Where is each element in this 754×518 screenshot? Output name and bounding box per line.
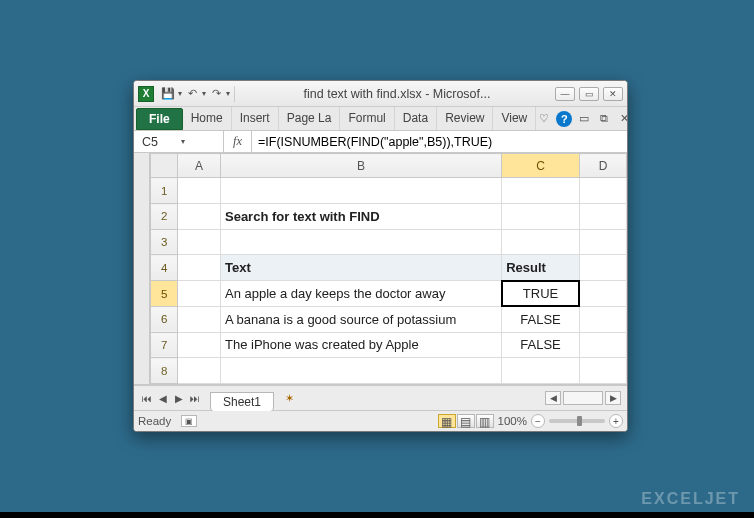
- row-header-6[interactable]: 6: [151, 306, 178, 332]
- tab-review[interactable]: Review: [437, 107, 493, 130]
- macro-record-icon[interactable]: ▣: [181, 415, 197, 427]
- cell[interactable]: [178, 178, 221, 204]
- tab-view[interactable]: View: [493, 107, 536, 130]
- column-header-A[interactable]: A: [178, 154, 221, 178]
- cell[interactable]: [220, 229, 501, 255]
- cell[interactable]: [178, 281, 221, 307]
- column-header-B[interactable]: B: [220, 154, 501, 178]
- cell[interactable]: [220, 358, 501, 384]
- file-tab[interactable]: File: [136, 108, 183, 130]
- row-header-3[interactable]: 3: [151, 229, 178, 255]
- cell[interactable]: [178, 229, 221, 255]
- save-icon[interactable]: 💾: [160, 86, 176, 102]
- row-header-2[interactable]: 2: [151, 204, 178, 230]
- cell[interactable]: [502, 358, 580, 384]
- cell[interactable]: [178, 204, 221, 230]
- formula-bar: C5 ▾ fx: [134, 131, 627, 153]
- titlebar: X 💾 ▾ ↶ ▾ ↷ ▾ find text with find.xlsx -…: [134, 81, 627, 107]
- tab-home[interactable]: Home: [183, 107, 232, 130]
- formula-input[interactable]: [252, 131, 627, 152]
- cell-title[interactable]: Search for text with FIND: [220, 204, 501, 230]
- cell[interactable]: [502, 178, 580, 204]
- ribbon-tabs: File Home Insert Page La Formul Data Rev…: [134, 107, 627, 131]
- redo-caret-icon[interactable]: ▾: [226, 89, 230, 98]
- cell-text[interactable]: A banana is a good source of potassium: [220, 306, 501, 332]
- zoom-out-button[interactable]: −: [531, 414, 545, 428]
- view-page-break-icon[interactable]: ▥: [476, 414, 494, 428]
- name-box[interactable]: C5 ▾: [134, 131, 224, 152]
- status-ready: Ready: [138, 415, 171, 427]
- sheet-nav-last-icon[interactable]: ⏭: [188, 391, 202, 405]
- cell[interactable]: [579, 332, 626, 358]
- row-header-4[interactable]: 4: [151, 255, 178, 281]
- tab-insert[interactable]: Insert: [232, 107, 279, 130]
- tab-page-layout[interactable]: Page La: [279, 107, 341, 130]
- column-header-C[interactable]: C: [502, 154, 580, 178]
- maximize-button[interactable]: ▭: [579, 87, 599, 101]
- cell-text[interactable]: The iPhone was created by Apple: [220, 332, 501, 358]
- ribbon-close-icon[interactable]: ✕: [616, 111, 628, 127]
- select-all-corner[interactable]: [151, 154, 178, 178]
- cell[interactable]: [502, 229, 580, 255]
- cell[interactable]: [178, 306, 221, 332]
- cell-text[interactable]: An apple a day keeps the doctor away: [220, 281, 501, 307]
- cell-result-selected[interactable]: TRUE: [502, 281, 580, 307]
- window-title: find text with find.xlsx - Microsof...: [239, 87, 555, 101]
- cell[interactable]: [579, 255, 626, 281]
- redo-icon[interactable]: ↷: [208, 86, 224, 102]
- cell[interactable]: [579, 306, 626, 332]
- cell-result[interactable]: FALSE: [502, 306, 580, 332]
- cell[interactable]: [579, 204, 626, 230]
- sheet-nav-prev-icon[interactable]: ◀: [156, 391, 170, 405]
- cell[interactable]: [502, 204, 580, 230]
- cell[interactable]: [178, 358, 221, 384]
- view-page-layout-icon[interactable]: ▤: [457, 414, 475, 428]
- cell[interactable]: [579, 358, 626, 384]
- help-icon[interactable]: ?: [556, 111, 572, 127]
- ribbon-minimize-icon[interactable]: ▭: [576, 111, 592, 127]
- new-sheet-icon[interactable]: ✶: [280, 391, 298, 405]
- zoom-level[interactable]: 100%: [498, 415, 527, 427]
- undo-icon[interactable]: ↶: [184, 86, 200, 102]
- spreadsheet-grid: A B C D 1 2 Search for text with FIND 3 …: [134, 153, 627, 385]
- cell[interactable]: [579, 178, 626, 204]
- cell[interactable]: [178, 332, 221, 358]
- undo-caret-icon[interactable]: ▾: [202, 89, 206, 98]
- excel-window: X 💾 ▾ ↶ ▾ ↷ ▾ find text with find.xlsx -…: [133, 80, 628, 432]
- zoom-in-button[interactable]: +: [609, 414, 623, 428]
- minimize-button[interactable]: —: [555, 87, 575, 101]
- view-normal-icon[interactable]: ▦: [438, 414, 456, 428]
- row-header-5[interactable]: 5: [151, 281, 178, 307]
- excel-logo-icon: X: [138, 86, 154, 102]
- quick-access-toolbar: 💾 ▾ ↶ ▾ ↷ ▾: [160, 86, 230, 102]
- fx-icon[interactable]: fx: [224, 131, 252, 152]
- hscroll-thumb[interactable]: [563, 391, 603, 405]
- zoom-slider[interactable]: [549, 419, 605, 423]
- close-button[interactable]: ✕: [603, 87, 623, 101]
- sheet-nav-next-icon[interactable]: ▶: [172, 391, 186, 405]
- hscroll-right-button[interactable]: ▶: [605, 391, 621, 405]
- row-header-8[interactable]: 8: [151, 358, 178, 384]
- cell-reference: C5: [142, 135, 181, 149]
- status-bar: Ready ▣ ▦ ▤ ▥ 100% − +: [134, 410, 627, 431]
- tab-data[interactable]: Data: [395, 107, 437, 130]
- hscroll-left-button[interactable]: ◀: [545, 391, 561, 405]
- ribbon-restore-icon[interactable]: ⧉: [596, 111, 612, 127]
- row-header-7[interactable]: 7: [151, 332, 178, 358]
- qat-customize-caret-icon[interactable]: ▾: [178, 89, 182, 98]
- cell[interactable]: [579, 281, 626, 307]
- row-header-1[interactable]: 1: [151, 178, 178, 204]
- name-box-caret-icon[interactable]: ▾: [181, 137, 220, 146]
- minimize-ribbon-icon[interactable]: ♡: [536, 111, 552, 127]
- tab-formulas[interactable]: Formul: [340, 107, 394, 130]
- cell-result[interactable]: FALSE: [502, 332, 580, 358]
- cell[interactable]: [178, 255, 221, 281]
- cell[interactable]: [579, 229, 626, 255]
- cell-header-result[interactable]: Result: [502, 255, 580, 281]
- sheet-nav-first-icon[interactable]: ⏮: [140, 391, 154, 405]
- cell-header-text[interactable]: Text: [220, 255, 501, 281]
- column-header-D[interactable]: D: [579, 154, 626, 178]
- sheet-tab-active[interactable]: Sheet1: [210, 392, 274, 411]
- sheet-tab-bar: ⏮ ◀ ▶ ⏭ Sheet1 ✶ ◀ ▶: [134, 385, 627, 410]
- cell[interactable]: [220, 178, 501, 204]
